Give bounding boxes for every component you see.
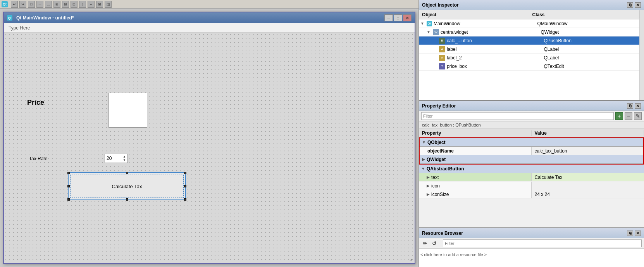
obj-row-mainwindow[interactable]: ▼ Qt MainWindow QMainWindow — [419, 19, 639, 28]
toolbar: Qt ↩ ↪ □ ═ … ⊞ ⊟ ⊡ ↕ ↔ ⊠ ◫ — [0, 0, 418, 9]
obj-class-label2: QLabel — [541, 55, 638, 61]
property-editor-titlebar: Property Editor ⎗ ✕ — [419, 101, 644, 111]
obj-row-centralwidget[interactable]: ▼ W centralwidget QWidget — [419, 28, 639, 36]
toolbar-minus-icon[interactable]: ⊟ — [62, 1, 69, 8]
qobject-group-label: QObject — [427, 140, 446, 145]
spin-down-icon[interactable]: ▼ — [123, 158, 126, 162]
obj-row-pricebox-inner: price_box QTextEdit — [447, 64, 638, 69]
right-panel: Object Inspector ⎗ ✕ Object Class ▼ Qt — [418, 0, 644, 267]
obj-name-label2: label_2 — [447, 55, 541, 61]
obj-row-centralwidget-inner: centralwidget QWidget — [441, 29, 638, 35]
res-filter-input[interactable] — [443, 239, 642, 247]
obj-row-label2-inner: label_2 QLabel — [447, 55, 638, 61]
object-inspector-header: Object Class — [419, 10, 639, 19]
qabstractbutton-group-header[interactable]: ▼ QAbstractButton — [419, 165, 644, 173]
res-float-button[interactable]: ⎗ — [627, 231, 633, 236]
qwidget-group-header[interactable]: ▶ QWidget — [420, 155, 643, 164]
obj-row-pricebox[interactable]: T price_box QTextEdit — [419, 62, 639, 71]
toolbar-halign-icon[interactable]: ↔ — [88, 1, 95, 8]
res-add-label: < click here to add a resource file > — [420, 252, 487, 257]
handle-tl — [67, 172, 70, 174]
icon-mainwindow: Qt — [427, 21, 432, 26]
resource-browser: Resource Browser ⎗ ✕ ✏ ↺ < click here to… — [419, 228, 644, 267]
prop-filter-input[interactable] — [421, 112, 614, 120]
float-button[interactable]: ⎗ — [627, 2, 633, 8]
obj-name-label: label — [447, 47, 541, 52]
qwidget-expand-arrow[interactable]: ▶ — [422, 157, 425, 161]
prop-value-objectname: calc_tax_button — [532, 147, 644, 155]
icon-expand-arrow[interactable]: ▶ — [427, 184, 430, 188]
res-refresh-icon[interactable]: ↺ — [430, 239, 438, 247]
obj-class-mainwindow: QMainWindow — [534, 21, 638, 26]
expand-centralwidget[interactable]: ▼ — [427, 30, 433, 34]
expand-mainwindow[interactable]: ▼ — [420, 21, 427, 26]
designer-area: Qt ↩ ↪ □ ═ … ⊞ ⊟ ⊡ ↕ ↔ ⊠ ◫ Qt Qt MainWin… — [0, 0, 418, 267]
prop-add-button[interactable]: + — [615, 112, 623, 120]
prop-name-icon: ▶ icon — [419, 182, 532, 190]
res-edit-icon[interactable]: ✏ — [421, 239, 429, 247]
toolbar-new-icon[interactable]: □ — [28, 1, 35, 8]
text-expand-arrow[interactable]: ▶ — [427, 175, 430, 179]
handle-br — [184, 198, 186, 201]
prop-row-objectname[interactable]: objectName calc_tax_button — [420, 147, 643, 155]
toolbar-center-icon[interactable]: ⊡ — [71, 1, 77, 8]
window-qt-icon: Qt — [7, 15, 12, 21]
qobject-expand-arrow[interactable]: ▼ — [422, 140, 426, 144]
resource-content: < click here to add a resource file > — [419, 249, 644, 267]
toolbar-layout-icon[interactable]: ═ — [36, 1, 43, 8]
qobject-group-header[interactable]: ▼ QObject — [420, 138, 643, 147]
prop-edit-button[interactable]: ✎ — [634, 112, 642, 120]
res-add-item[interactable]: < click here to add a resource file > — [420, 250, 642, 259]
minimize-button[interactable]: ─ — [384, 14, 393, 21]
close-button[interactable]: ✕ — [403, 14, 412, 21]
prop-title-controls: ⎗ ✕ — [627, 103, 641, 109]
prop-float-button[interactable]: ⎗ — [627, 103, 633, 109]
toolbar-more-icon[interactable]: … — [45, 1, 52, 8]
object-inspector-titlebar: Object Inspector ⎗ ✕ — [419, 0, 644, 10]
obj-row-calcbutton[interactable]: B calc_...utton QPushButton — [419, 36, 639, 45]
prop-row-text[interactable]: ▶ text Calculate Tax — [419, 173, 644, 182]
prop-body: ▼ QObject objectName calc_tax_button ▶ Q… — [419, 137, 644, 227]
toolbar-fwd-icon[interactable]: ↪ — [19, 1, 26, 8]
handle-tr — [184, 172, 186, 174]
toolbar-split-icon[interactable]: ◫ — [105, 1, 112, 8]
prop-remove-button[interactable]: − — [625, 112, 632, 120]
iconsize-expand-arrow[interactable]: ▶ — [427, 192, 430, 196]
obj-row-label2[interactable]: A label_2 QLabel — [419, 54, 639, 62]
handle-bm — [126, 198, 128, 201]
icon-centralwidget: W — [433, 29, 439, 35]
canvas-area[interactable]: Price Tax Rate 20 ▲ ▼ — [4, 33, 415, 263]
window-title: Qt MainWindow - untitled* — [16, 15, 74, 21]
handle-ml — [67, 185, 70, 187]
toolbar-back-icon[interactable]: ↩ — [11, 1, 18, 8]
main-window-frame: Qt Qt MainWindow - untitled* ─ □ ✕ Type … — [3, 12, 415, 264]
toolbar-close-icon[interactable]: ⊠ — [96, 1, 103, 8]
close-panel-button[interactable]: ✕ — [635, 2, 641, 8]
menu-type-here[interactable]: Type Here — [5, 24, 33, 31]
obj-class-pricebox: QTextEdit — [541, 64, 638, 69]
qt-logo-icon: Qt — [2, 1, 8, 7]
resize-indicator[interactable]: ⊿ — [409, 258, 413, 262]
resource-browser-title: Resource Browser — [422, 231, 463, 236]
icon-label: A — [439, 46, 445, 52]
handle-mr — [184, 185, 186, 187]
obj-row-label-inner: label QLabel — [447, 47, 638, 52]
icon-calcbutton: B — [439, 38, 445, 44]
qabstractbutton-expand-arrow[interactable]: ▼ — [421, 166, 425, 171]
spin-arrows[interactable]: ▲ ▼ — [123, 155, 126, 162]
res-close-button[interactable]: ✕ — [635, 231, 641, 236]
prop-close-button[interactable]: ✕ — [635, 103, 641, 109]
obj-name-calcbutton: calc_...utton — [447, 38, 541, 43]
tax-rate-spinbox[interactable]: 20 ▲ ▼ — [105, 154, 128, 163]
prop-row-icon[interactable]: ▶ icon — [419, 182, 644, 190]
obj-scrollbar[interactable] — [639, 10, 644, 100]
obj-row-label[interactable]: A label QLabel — [419, 45, 639, 54]
prop-row-iconsize[interactable]: ▶ iconSize 24 x 24 — [419, 190, 644, 199]
toolbar-valign-icon[interactable]: ↕ — [79, 1, 86, 8]
maximize-button[interactable]: □ — [394, 14, 402, 21]
spin-up-icon[interactable]: ▲ — [123, 155, 126, 158]
calc-tax-button[interactable]: Calculate Tax — [68, 172, 186, 200]
toolbar-grid-icon[interactable]: ⊞ — [53, 1, 60, 8]
calc-button-label: Calculate Tax — [112, 184, 142, 189]
object-inspector: Object Inspector ⎗ ✕ Object Class ▼ Qt — [419, 0, 644, 101]
